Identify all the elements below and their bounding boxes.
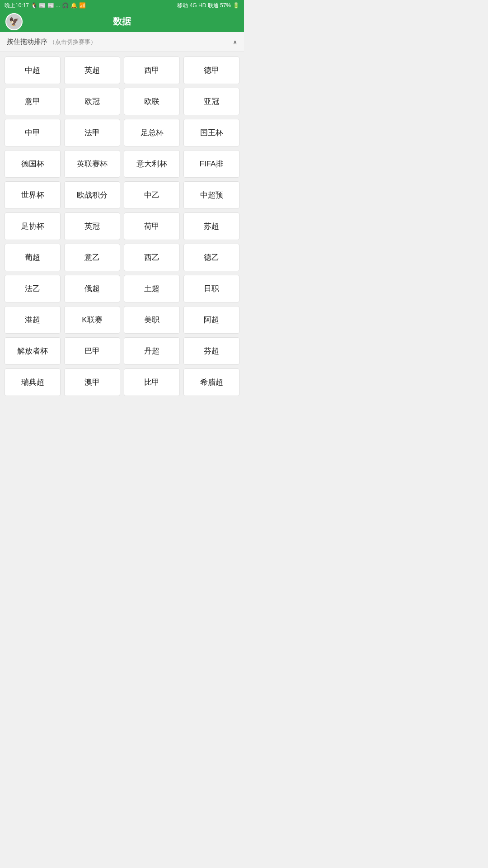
league-grid: 中超英超西甲德甲意甲欧冠欧联亚冠中甲法甲足总杯国王杯德国杯英联赛杯意大利杯FIF…: [5, 57, 239, 396]
sort-bar: 按住拖动排序 （点击切换赛事） ∧: [0, 32, 244, 52]
league-item-18[interactable]: 中乙: [124, 181, 180, 209]
avatar[interactable]: 🦅: [5, 13, 23, 30]
league-item-32[interactable]: 港超: [5, 306, 61, 334]
collapse-icon[interactable]: ∧: [233, 38, 237, 46]
league-item-28[interactable]: 法乙: [5, 275, 61, 302]
league-item-24[interactable]: 葡超: [5, 244, 61, 271]
league-item-19[interactable]: 中超预: [183, 181, 239, 209]
league-item-22[interactable]: 荷甲: [124, 212, 180, 240]
time: 晚上10:17: [5, 2, 29, 9]
league-item-10[interactable]: 足总杯: [124, 119, 180, 146]
league-item-20[interactable]: 足协杯: [5, 212, 61, 240]
league-item-36[interactable]: 解放者杯: [5, 337, 61, 365]
status-left: 晚上10:17 🐧 📰 📰 ... 🎧 🔔 📶: [5, 2, 86, 9]
league-item-30[interactable]: 土超: [124, 275, 180, 302]
league-item-15[interactable]: FIFA排: [183, 150, 239, 178]
league-item-42[interactable]: 比甲: [124, 368, 180, 396]
league-item-31[interactable]: 日职: [183, 275, 239, 302]
league-item-8[interactable]: 中甲: [5, 119, 61, 146]
league-item-40[interactable]: 瑞典超: [5, 368, 61, 396]
status-icons: 🐧 📰 📰 ...: [31, 2, 60, 9]
league-item-25[interactable]: 意乙: [64, 244, 120, 271]
status-bar: 晚上10:17 🐧 📰 📰 ... 🎧 🔔 📶 移动 4G HD 联通 57% …: [0, 0, 244, 11]
league-item-35[interactable]: 阿超: [183, 306, 239, 334]
league-item-17[interactable]: 欧战积分: [64, 181, 120, 209]
league-item-2[interactable]: 西甲: [124, 57, 180, 84]
league-item-7[interactable]: 亚冠: [183, 88, 239, 115]
league-item-23[interactable]: 苏超: [183, 212, 239, 240]
league-item-33[interactable]: K联赛: [64, 306, 120, 334]
league-item-5[interactable]: 欧冠: [64, 88, 120, 115]
league-item-43[interactable]: 希腊超: [183, 368, 239, 396]
league-item-29[interactable]: 俄超: [64, 275, 120, 302]
bell-icon: 🔔: [70, 2, 77, 9]
sort-label: 按住拖动排序 （点击切换赛事）: [7, 38, 96, 46]
league-item-37[interactable]: 巴甲: [64, 337, 120, 365]
league-item-13[interactable]: 英联赛杯: [64, 150, 120, 178]
battery-icon: 🔋: [233, 2, 239, 9]
league-item-14[interactable]: 意大利杯: [124, 150, 180, 178]
league-grid-container: 中超英超西甲德甲意甲欧冠欧联亚冠中甲法甲足总杯国王杯德国杯英联赛杯意大利杯FIF…: [0, 52, 244, 401]
top-bar: 🦅 数据: [0, 11, 244, 32]
carrier-text: 移动 4G HD 联通 57%: [177, 2, 231, 9]
league-item-21[interactable]: 英冠: [64, 212, 120, 240]
sort-sub-label: （点击切换赛事）: [49, 38, 96, 45]
league-item-11[interactable]: 国王杯: [183, 119, 239, 146]
league-item-12[interactable]: 德国杯: [5, 150, 61, 178]
league-item-3[interactable]: 德甲: [183, 57, 239, 84]
page-title: 数据: [113, 15, 131, 28]
league-item-4[interactable]: 意甲: [5, 88, 61, 115]
league-item-6[interactable]: 欧联: [124, 88, 180, 115]
league-item-9[interactable]: 法甲: [64, 119, 120, 146]
league-item-34[interactable]: 美职: [124, 306, 180, 334]
league-item-27[interactable]: 德乙: [183, 244, 239, 271]
sort-main-label: 按住拖动排序: [7, 38, 47, 45]
league-item-26[interactable]: 西乙: [124, 244, 180, 271]
headphone-icon: 🎧: [62, 2, 69, 9]
status-right: 移动 4G HD 联通 57% 🔋: [177, 2, 239, 9]
league-item-39[interactable]: 芬超: [183, 337, 239, 365]
league-item-38[interactable]: 丹超: [124, 337, 180, 365]
league-item-0[interactable]: 中超: [5, 57, 61, 84]
league-item-41[interactable]: 澳甲: [64, 368, 120, 396]
league-item-16[interactable]: 世界杯: [5, 181, 61, 209]
league-item-1[interactable]: 英超: [64, 57, 120, 84]
wifi-icon: 📶: [79, 2, 86, 9]
